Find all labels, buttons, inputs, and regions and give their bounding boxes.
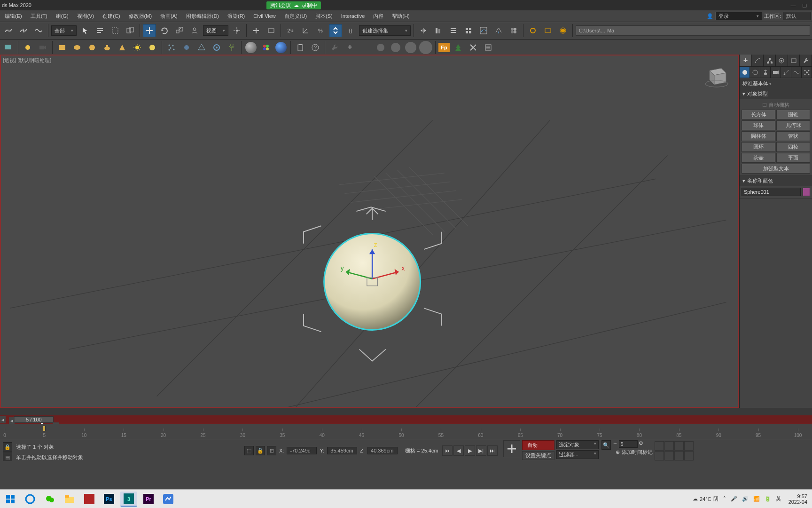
y-coord-input[interactable]: [327, 447, 357, 454]
modify-tab[interactable]: [752, 55, 764, 66]
mirror-button[interactable]: [417, 24, 430, 37]
frame-prev-arrow[interactable]: ◂: [9, 417, 15, 424]
menu-grapheditors[interactable]: 图形编辑器(D): [182, 11, 223, 21]
select-place-button[interactable]: [188, 24, 201, 37]
gray-sphere-2[interactable]: [389, 41, 402, 54]
prim-box-icon[interactable]: [55, 41, 69, 54]
select-move-button[interactable]: [143, 24, 156, 37]
curve-editor-button[interactable]: [477, 24, 490, 37]
app-blue-icon[interactable]: [160, 492, 177, 507]
light-sun-icon[interactable]: [131, 41, 144, 54]
maxscript-button[interactable]: ▤: [3, 452, 12, 462]
foliage-icon[interactable]: [225, 41, 238, 54]
select-region-rect-button[interactable]: [109, 24, 122, 37]
select-manipulate-button[interactable]: [250, 24, 263, 37]
wechat-icon[interactable]: [41, 492, 58, 507]
perspective-viewport[interactable]: [透视] [默认明暗处理]: [0, 55, 739, 408]
time-slider-prev[interactable]: ◂: [0, 416, 6, 423]
tray-battery-icon[interactable]: 🔋: [765, 496, 771, 502]
menu-scripting[interactable]: 脚本(S): [312, 11, 336, 21]
ref-coord-system[interactable]: 视图: [203, 25, 228, 36]
spacewarp-icon[interactable]: [210, 41, 223, 54]
prev-frame-button[interactable]: ◀: [453, 445, 464, 456]
render-frame-button[interactable]: [541, 24, 554, 37]
weather-widget[interactable]: ☁ 24°C 阴: [693, 495, 718, 502]
viewport-label[interactable]: [透视] [默认明暗处理]: [3, 57, 51, 64]
zoom-button[interactable]: [655, 441, 664, 451]
key-filters-dropdown[interactable]: 过滤器...: [556, 450, 599, 459]
prim-teapot-icon[interactable]: [101, 41, 114, 54]
prim-cone-icon[interactable]: [116, 41, 129, 54]
shapes-subtab[interactable]: [750, 67, 760, 78]
zoom-extents-button[interactable]: [674, 441, 684, 451]
material-checker-icon[interactable]: [274, 41, 288, 54]
tray-mic-icon[interactable]: 🎤: [731, 496, 737, 502]
menu-interactive[interactable]: Interactive: [337, 12, 369, 20]
systems-subtab[interactable]: [802, 67, 812, 78]
hierarchy-tab[interactable]: [764, 55, 776, 66]
key-marker[interactable]: [43, 426, 46, 431]
render-button[interactable]: [556, 24, 570, 37]
menu-animation[interactable]: 动画(A): [156, 11, 181, 21]
category-dropdown[interactable]: 标准基本体: [740, 78, 812, 89]
box-button[interactable]: 长方体: [742, 110, 775, 119]
pan-button[interactable]: [655, 451, 664, 460]
menu-rendering[interactable]: 渲染(R): [224, 11, 249, 21]
edit-named-sel-button[interactable]: {}: [344, 24, 357, 37]
name-color-rollout-header[interactable]: ▾ 名称和颜色: [740, 176, 812, 186]
current-frame-input[interactable]: [619, 440, 638, 448]
snap-2d-button[interactable]: 2½: [284, 24, 297, 37]
gray-sphere-1[interactable]: [374, 41, 387, 54]
light-omni-icon[interactable]: [21, 41, 34, 54]
menu-civilview[interactable]: Civil View: [250, 12, 279, 20]
gray-sphere-3[interactable]: [404, 41, 417, 54]
z-coord-input[interactable]: [367, 447, 398, 454]
time-slider[interactable]: ◂ ◂ 5 / 100 ▸ ↖: [0, 415, 812, 424]
plane-button[interactable]: 平面: [776, 153, 810, 163]
next-frame-button[interactable]: ▶|: [476, 445, 486, 456]
keyboard-shortcut-button[interactable]: [265, 24, 278, 37]
track-bar[interactable]: 0510152025303540455055606570758085909510…: [0, 424, 812, 440]
bind-spacewarp-button[interactable]: [32, 24, 45, 37]
tree-icon[interactable]: [452, 41, 465, 54]
menu-content[interactable]: 内容: [369, 11, 387, 21]
minimize-button[interactable]: —: [788, 2, 799, 8]
selection-lock-button[interactable]: 🔒: [3, 442, 12, 452]
menu-create[interactable]: 创建(C): [99, 11, 124, 21]
edge-icon[interactable]: [22, 492, 39, 507]
search-button[interactable]: 🔍: [601, 440, 611, 450]
utilities-tab[interactable]: [800, 55, 812, 66]
fp-button[interactable]: Fp: [438, 43, 450, 52]
explorer-icon[interactable]: [61, 492, 78, 507]
window-crossing-button[interactable]: [124, 24, 137, 37]
material-multi-icon[interactable]: [259, 41, 273, 54]
cylinder-button[interactable]: 圆柱体: [742, 131, 775, 141]
menu-help[interactable]: 帮助(H): [388, 11, 413, 21]
cone-button[interactable]: 圆锥: [776, 110, 810, 119]
start-button[interactable]: [2, 492, 19, 507]
menu-views[interactable]: 视图(V): [73, 11, 98, 21]
premiere-icon[interactable]: Pr: [140, 492, 157, 507]
workspace-dropdown[interactable]: 默认: [783, 12, 811, 20]
helpers-subtab[interactable]: [781, 67, 791, 78]
tool-wrench-icon[interactable]: [328, 41, 341, 54]
light-spot-icon[interactable]: [146, 41, 159, 54]
tray-chevron-icon[interactable]: ˄: [723, 496, 726, 502]
viewcube[interactable]: [703, 61, 731, 89]
maximize-button[interactable]: ▢: [799, 2, 810, 8]
geosphere-button[interactable]: 几何球: [776, 120, 810, 130]
dynamics-icon[interactable]: [180, 41, 193, 54]
pyramid-button[interactable]: 四棱: [776, 142, 810, 152]
fov-button[interactable]: [684, 441, 694, 451]
material-sphere-icon[interactable]: [244, 41, 258, 54]
teapot-button[interactable]: 茶壶: [742, 153, 775, 163]
selection-filter[interactable]: 全部: [51, 25, 77, 36]
spinner-snap-button[interactable]: [329, 24, 342, 37]
play-button[interactable]: ▶: [465, 445, 475, 456]
named-selection-sets[interactable]: 创建选择集: [359, 25, 411, 36]
login-dropdown[interactable]: 登录: [715, 12, 762, 20]
autogrid-checkbox[interactable]: ☐ 自动栅格: [742, 101, 810, 110]
select-by-name-button[interactable]: [94, 24, 107, 37]
create-tab[interactable]: ✚: [740, 55, 752, 66]
display-tab[interactable]: [788, 55, 800, 66]
